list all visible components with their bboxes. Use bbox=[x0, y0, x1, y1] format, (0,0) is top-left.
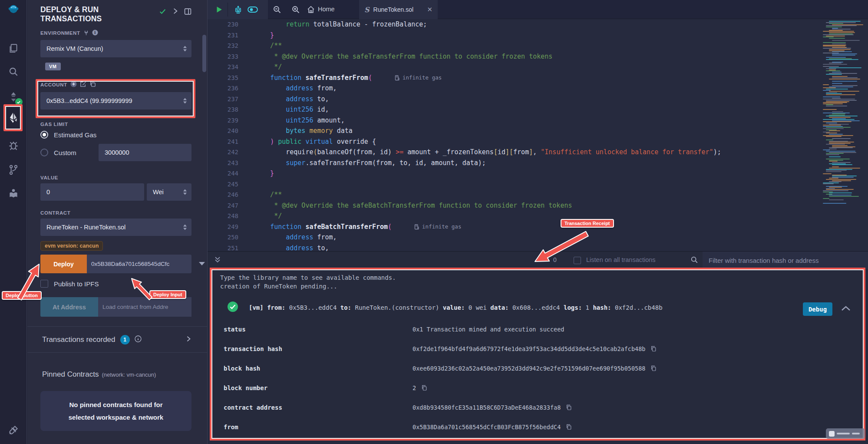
debugger-icon[interactable] bbox=[7, 139, 20, 152]
line-number: 245 bbox=[208, 179, 238, 190]
minimap-line bbox=[832, 72, 842, 73]
radio-estimated-gas[interactable] bbox=[40, 131, 48, 139]
environment-select[interactable]: Remix VM (Cancun) bbox=[40, 40, 191, 57]
code-line[interactable]: 235 function safeTransferFrom(infinite g… bbox=[208, 73, 868, 83]
environment-label: ENVIRONMENT i bbox=[40, 30, 191, 36]
ai-assistant-icon[interactable] bbox=[233, 0, 243, 19]
value-input[interactable]: 0 bbox=[40, 183, 144, 201]
home-icon[interactable] bbox=[306, 0, 316, 19]
line-number: 231 bbox=[208, 30, 238, 41]
code-line[interactable]: 243 super.safeTransferFrom(from, to, id,… bbox=[208, 158, 868, 169]
deploy-input[interactable] bbox=[87, 255, 191, 273]
tab-bar: Home S RuneToken.sol ✕ bbox=[208, 0, 868, 19]
radio-custom-gas[interactable] bbox=[40, 149, 48, 156]
minimap[interactable] bbox=[820, 19, 868, 249]
copy-icon[interactable] bbox=[421, 385, 427, 391]
run-script-icon[interactable] bbox=[214, 0, 224, 19]
line-number: 249 bbox=[208, 222, 238, 232]
panel-scrollbar[interactable] bbox=[202, 35, 206, 72]
receipt-row: block hash0xee6093d236c02a52a450ea73952d… bbox=[220, 358, 864, 378]
at-address-button[interactable]: At Address bbox=[40, 297, 98, 317]
value-unit-select[interactable]: Wei bbox=[147, 183, 191, 201]
fork-plug-icon[interactable] bbox=[83, 30, 89, 36]
code-line[interactable]: 240 bytes memory data bbox=[208, 126, 868, 136]
home-label[interactable]: Home bbox=[318, 6, 335, 13]
copy-icon[interactable] bbox=[650, 365, 657, 371]
code-line[interactable]: 231 } bbox=[208, 30, 868, 41]
git-icon[interactable] bbox=[7, 163, 20, 176]
line-number: 246 bbox=[208, 189, 238, 200]
line-number: 230 bbox=[208, 19, 238, 30]
gas-limit-input[interactable]: 3000000 bbox=[99, 144, 191, 161]
code-text: */ bbox=[254, 62, 282, 73]
collapse-terminal-icon[interactable] bbox=[214, 256, 221, 265]
terminal-search-icon[interactable] bbox=[690, 256, 698, 265]
code-line[interactable]: 234 */ bbox=[208, 62, 868, 73]
code-line[interactable]: 246 /** bbox=[208, 189, 868, 200]
zoom-in-icon[interactable] bbox=[290, 0, 301, 19]
plugin-manager-icon[interactable] bbox=[7, 424, 20, 437]
copy-icon[interactable] bbox=[566, 424, 572, 430]
copy-icon[interactable] bbox=[566, 404, 572, 411]
receipt-summary-text: [vm] from: 0x5B3...eddC4 to: RuneToken.(… bbox=[249, 304, 663, 311]
copy-icon[interactable] bbox=[650, 346, 657, 352]
learneth-icon[interactable] bbox=[7, 187, 20, 200]
terminal-filter-input[interactable] bbox=[703, 252, 868, 269]
code-line[interactable]: 237 address to, bbox=[208, 94, 868, 105]
code-text: uint256 amount, bbox=[254, 115, 345, 126]
search-icon[interactable] bbox=[7, 65, 20, 78]
minimap-line bbox=[832, 176, 857, 176]
code-line[interactable]: 238 uint256 id, bbox=[208, 104, 868, 115]
debug-button[interactable]: Debug bbox=[803, 302, 832, 316]
panel-forward-icon[interactable] bbox=[172, 8, 178, 23]
code-line[interactable]: 236 address from, bbox=[208, 83, 868, 94]
code-line[interactable]: 232 /** bbox=[208, 40, 868, 51]
chevron-up-icon[interactable] bbox=[841, 305, 851, 313]
code-line[interactable]: 230 return totalBalance - frozenBalance; bbox=[208, 19, 868, 30]
receipt-summary-row[interactable]: [vm] from: 0x5B3...eddC4 to: RuneToken.(… bbox=[220, 300, 864, 315]
terminal-panel[interactable]: Type the library name to see available c… bbox=[210, 268, 865, 441]
code-line[interactable]: 245 bbox=[208, 179, 868, 190]
minimap-line bbox=[832, 40, 860, 41]
panel-pin-icon[interactable] bbox=[184, 8, 191, 23]
custom-gas-option[interactable]: Custom 3000000 bbox=[40, 144, 191, 161]
file-explorer-icon[interactable] bbox=[7, 42, 20, 55]
close-tab-icon[interactable]: ✕ bbox=[427, 6, 432, 13]
minimap-line bbox=[823, 173, 832, 174]
transactions-expand-icon[interactable] bbox=[185, 335, 191, 344]
code-text: function safeBatchTransferFrom( bbox=[254, 222, 392, 232]
code-line[interactable]: 233 * @dev Override the safeTransferFrom… bbox=[208, 51, 868, 62]
ai-toggle-icon[interactable] bbox=[248, 0, 258, 19]
annotation-arrow-transaction-receipt bbox=[532, 229, 591, 264]
estimated-gas-option[interactable]: Estimated Gas bbox=[40, 131, 191, 139]
minimap-line bbox=[829, 32, 855, 33]
deploy-button[interactable]: Deploy bbox=[40, 255, 87, 273]
line-number: 251 bbox=[208, 243, 238, 252]
minimap-line bbox=[829, 38, 845, 39]
publish-ipfs-row[interactable]: Publish to IPFS bbox=[40, 280, 191, 288]
code-line[interactable]: 244 } bbox=[208, 168, 868, 179]
transactions-info-icon[interactable] bbox=[135, 335, 142, 345]
solidity-compiler-icon[interactable] bbox=[7, 90, 20, 103]
contract-select[interactable]: RuneToken - RuneToken.sol bbox=[40, 219, 191, 236]
zoom-out-icon[interactable] bbox=[272, 0, 282, 19]
minimap-line bbox=[832, 113, 845, 114]
code-line[interactable]: 248 */ bbox=[208, 211, 868, 222]
environment-info-icon[interactable]: i bbox=[92, 30, 98, 36]
minimap-line bbox=[826, 68, 836, 69]
annotation-box-account bbox=[36, 79, 195, 118]
chevron-down-icon[interactable] bbox=[199, 262, 205, 265]
code-line[interactable]: 247 * @dev Override the safeBatchTransfe… bbox=[208, 200, 868, 211]
code-line[interactable]: 242 require(balanceOf(from, id) >= amoun… bbox=[208, 147, 868, 158]
code-editor[interactable]: 230 return totalBalance - frozenBalance;… bbox=[208, 19, 868, 251]
receipt-row-label: transaction hash bbox=[224, 345, 413, 352]
code-line[interactable]: 241 ) public virtual override { bbox=[208, 136, 868, 147]
code-text: super.safeTransferFrom(from, to, id, amo… bbox=[254, 158, 486, 169]
receipt-row-label: from bbox=[224, 424, 413, 431]
receipt-row-label: contract address bbox=[224, 404, 413, 411]
minimap-line bbox=[823, 96, 840, 97]
code-line[interactable]: 239 uint256 amount, bbox=[208, 115, 868, 126]
transactions-recorded-label: Transactions recorded bbox=[42, 335, 116, 344]
minimap-line bbox=[826, 170, 847, 171]
tab-runetoken[interactable]: S RuneToken.sol ✕ bbox=[359, 0, 438, 19]
